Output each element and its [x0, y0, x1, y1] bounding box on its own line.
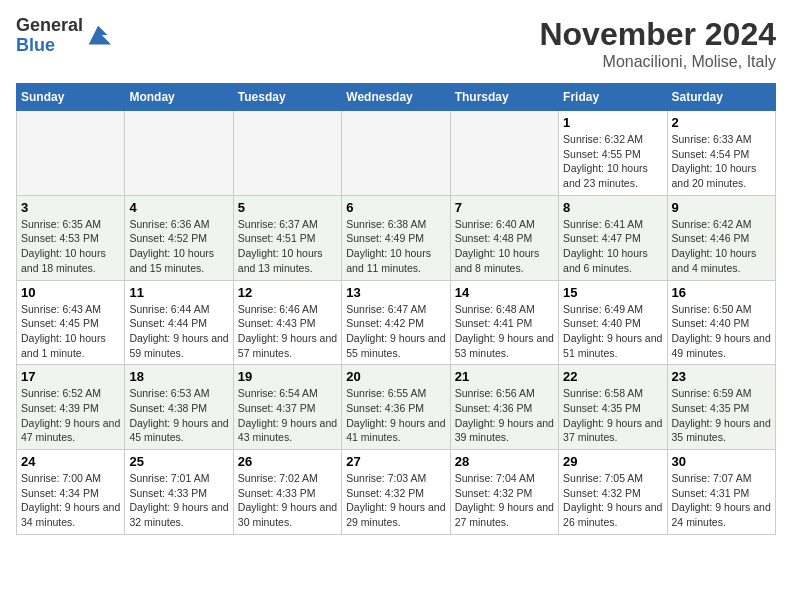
day-number: 30 [672, 454, 771, 469]
calendar-table: SundayMondayTuesdayWednesdayThursdayFrid… [16, 83, 776, 535]
calendar-cell: 7Sunrise: 6:40 AM Sunset: 4:48 PM Daylig… [450, 195, 558, 280]
day-number: 5 [238, 200, 337, 215]
day-number: 4 [129, 200, 228, 215]
day-number: 20 [346, 369, 445, 384]
title-block: November 2024 Monacilioni, Molise, Italy [539, 16, 776, 71]
day-info: Sunrise: 6:49 AM Sunset: 4:40 PM Dayligh… [563, 302, 662, 361]
day-number: 9 [672, 200, 771, 215]
calendar-cell: 25Sunrise: 7:01 AM Sunset: 4:33 PM Dayli… [125, 450, 233, 535]
day-info: Sunrise: 6:44 AM Sunset: 4:44 PM Dayligh… [129, 302, 228, 361]
day-info: Sunrise: 6:41 AM Sunset: 4:47 PM Dayligh… [563, 217, 662, 276]
logo: General Blue [16, 16, 113, 56]
day-info: Sunrise: 7:03 AM Sunset: 4:32 PM Dayligh… [346, 471, 445, 530]
weekday-header: Friday [559, 84, 667, 111]
logo-general: General [16, 15, 83, 35]
day-number: 8 [563, 200, 662, 215]
day-info: Sunrise: 6:46 AM Sunset: 4:43 PM Dayligh… [238, 302, 337, 361]
day-number: 21 [455, 369, 554, 384]
day-number: 19 [238, 369, 337, 384]
day-info: Sunrise: 6:50 AM Sunset: 4:40 PM Dayligh… [672, 302, 771, 361]
calendar-cell: 30Sunrise: 7:07 AM Sunset: 4:31 PM Dayli… [667, 450, 775, 535]
day-number: 22 [563, 369, 662, 384]
calendar-cell [17, 111, 125, 196]
day-number: 24 [21, 454, 120, 469]
day-number: 16 [672, 285, 771, 300]
weekday-header: Thursday [450, 84, 558, 111]
day-info: Sunrise: 6:32 AM Sunset: 4:55 PM Dayligh… [563, 132, 662, 191]
calendar-cell: 29Sunrise: 7:05 AM Sunset: 4:32 PM Dayli… [559, 450, 667, 535]
day-info: Sunrise: 6:56 AM Sunset: 4:36 PM Dayligh… [455, 386, 554, 445]
day-number: 6 [346, 200, 445, 215]
calendar-cell: 21Sunrise: 6:56 AM Sunset: 4:36 PM Dayli… [450, 365, 558, 450]
calendar-week-row: 10Sunrise: 6:43 AM Sunset: 4:45 PM Dayli… [17, 280, 776, 365]
calendar-cell: 15Sunrise: 6:49 AM Sunset: 4:40 PM Dayli… [559, 280, 667, 365]
day-number: 7 [455, 200, 554, 215]
day-info: Sunrise: 6:55 AM Sunset: 4:36 PM Dayligh… [346, 386, 445, 445]
calendar-cell: 2Sunrise: 6:33 AM Sunset: 4:54 PM Daylig… [667, 111, 775, 196]
day-number: 18 [129, 369, 228, 384]
day-number: 27 [346, 454, 445, 469]
day-number: 17 [21, 369, 120, 384]
day-number: 10 [21, 285, 120, 300]
calendar-cell: 8Sunrise: 6:41 AM Sunset: 4:47 PM Daylig… [559, 195, 667, 280]
day-info: Sunrise: 6:43 AM Sunset: 4:45 PM Dayligh… [21, 302, 120, 361]
calendar-cell: 5Sunrise: 6:37 AM Sunset: 4:51 PM Daylig… [233, 195, 341, 280]
day-number: 14 [455, 285, 554, 300]
day-info: Sunrise: 7:02 AM Sunset: 4:33 PM Dayligh… [238, 471, 337, 530]
day-info: Sunrise: 6:40 AM Sunset: 4:48 PM Dayligh… [455, 217, 554, 276]
day-info: Sunrise: 7:05 AM Sunset: 4:32 PM Dayligh… [563, 471, 662, 530]
calendar-cell: 11Sunrise: 6:44 AM Sunset: 4:44 PM Dayli… [125, 280, 233, 365]
calendar-week-row: 24Sunrise: 7:00 AM Sunset: 4:34 PM Dayli… [17, 450, 776, 535]
svg-marker-0 [89, 26, 111, 45]
day-info: Sunrise: 6:47 AM Sunset: 4:42 PM Dayligh… [346, 302, 445, 361]
calendar-cell: 4Sunrise: 6:36 AM Sunset: 4:52 PM Daylig… [125, 195, 233, 280]
calendar-cell: 6Sunrise: 6:38 AM Sunset: 4:49 PM Daylig… [342, 195, 450, 280]
location: Monacilioni, Molise, Italy [539, 53, 776, 71]
calendar-week-row: 17Sunrise: 6:52 AM Sunset: 4:39 PM Dayli… [17, 365, 776, 450]
day-number: 25 [129, 454, 228, 469]
calendar-cell: 22Sunrise: 6:58 AM Sunset: 4:35 PM Dayli… [559, 365, 667, 450]
calendar-cell [450, 111, 558, 196]
month-title: November 2024 [539, 16, 776, 53]
logo-blue: Blue [16, 35, 55, 55]
day-info: Sunrise: 6:37 AM Sunset: 4:51 PM Dayligh… [238, 217, 337, 276]
calendar-cell: 1Sunrise: 6:32 AM Sunset: 4:55 PM Daylig… [559, 111, 667, 196]
calendar-cell: 24Sunrise: 7:00 AM Sunset: 4:34 PM Dayli… [17, 450, 125, 535]
day-number: 29 [563, 454, 662, 469]
calendar-cell: 9Sunrise: 6:42 AM Sunset: 4:46 PM Daylig… [667, 195, 775, 280]
day-info: Sunrise: 6:54 AM Sunset: 4:37 PM Dayligh… [238, 386, 337, 445]
day-info: Sunrise: 6:52 AM Sunset: 4:39 PM Dayligh… [21, 386, 120, 445]
weekday-header: Monday [125, 84, 233, 111]
calendar-cell: 3Sunrise: 6:35 AM Sunset: 4:53 PM Daylig… [17, 195, 125, 280]
calendar-cell: 17Sunrise: 6:52 AM Sunset: 4:39 PM Dayli… [17, 365, 125, 450]
calendar-cell: 20Sunrise: 6:55 AM Sunset: 4:36 PM Dayli… [342, 365, 450, 450]
day-number: 1 [563, 115, 662, 130]
calendar-header-row: SundayMondayTuesdayWednesdayThursdayFrid… [17, 84, 776, 111]
logo-icon [85, 22, 113, 50]
calendar-cell: 14Sunrise: 6:48 AM Sunset: 4:41 PM Dayli… [450, 280, 558, 365]
weekday-header: Saturday [667, 84, 775, 111]
day-info: Sunrise: 6:59 AM Sunset: 4:35 PM Dayligh… [672, 386, 771, 445]
day-info: Sunrise: 6:33 AM Sunset: 4:54 PM Dayligh… [672, 132, 771, 191]
day-number: 12 [238, 285, 337, 300]
day-info: Sunrise: 6:35 AM Sunset: 4:53 PM Dayligh… [21, 217, 120, 276]
weekday-header: Tuesday [233, 84, 341, 111]
calendar-cell: 12Sunrise: 6:46 AM Sunset: 4:43 PM Dayli… [233, 280, 341, 365]
day-number: 11 [129, 285, 228, 300]
calendar-cell: 27Sunrise: 7:03 AM Sunset: 4:32 PM Dayli… [342, 450, 450, 535]
calendar-cell: 13Sunrise: 6:47 AM Sunset: 4:42 PM Dayli… [342, 280, 450, 365]
logo-text: General Blue [16, 16, 83, 56]
calendar-cell: 19Sunrise: 6:54 AM Sunset: 4:37 PM Dayli… [233, 365, 341, 450]
day-number: 23 [672, 369, 771, 384]
weekday-header: Wednesday [342, 84, 450, 111]
day-number: 3 [21, 200, 120, 215]
calendar-week-row: 3Sunrise: 6:35 AM Sunset: 4:53 PM Daylig… [17, 195, 776, 280]
day-info: Sunrise: 7:00 AM Sunset: 4:34 PM Dayligh… [21, 471, 120, 530]
day-info: Sunrise: 6:36 AM Sunset: 4:52 PM Dayligh… [129, 217, 228, 276]
calendar-cell: 18Sunrise: 6:53 AM Sunset: 4:38 PM Dayli… [125, 365, 233, 450]
page-header: General Blue November 2024 Monacilioni, … [16, 16, 776, 71]
day-number: 2 [672, 115, 771, 130]
weekday-header: Sunday [17, 84, 125, 111]
calendar-week-row: 1Sunrise: 6:32 AM Sunset: 4:55 PM Daylig… [17, 111, 776, 196]
calendar-cell: 28Sunrise: 7:04 AM Sunset: 4:32 PM Dayli… [450, 450, 558, 535]
